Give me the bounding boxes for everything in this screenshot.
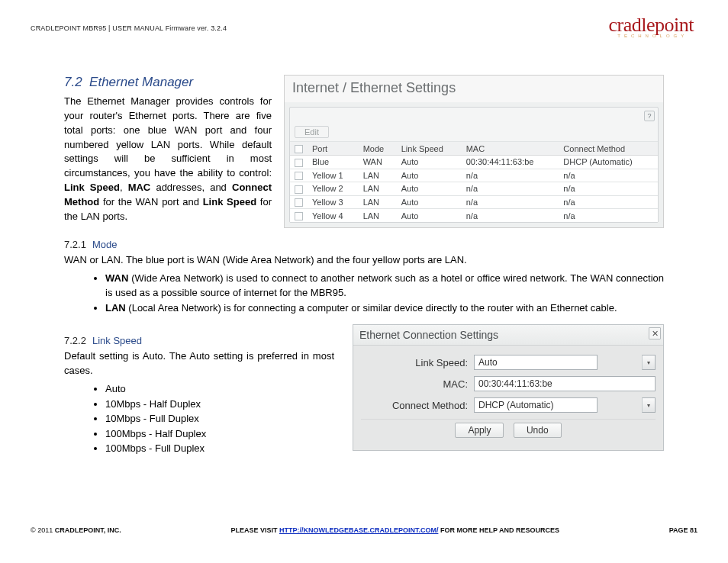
link-speed-option: 10Mbps - Full Duplex bbox=[105, 411, 334, 426]
cell-port: Yellow 4 bbox=[308, 209, 359, 222]
cell-cm: n/a bbox=[559, 169, 658, 182]
row-checkbox[interactable] bbox=[295, 212, 303, 220]
link-speed-option: 10Mbps - Half Duplex bbox=[105, 397, 334, 412]
chevron-down-icon[interactable]: ▾ bbox=[642, 397, 656, 413]
row-checkbox[interactable] bbox=[295, 159, 303, 167]
cell-mac: n/a bbox=[462, 209, 559, 222]
panel-title: Internet / Ethernet Settings bbox=[285, 76, 663, 102]
cell-mode: LAN bbox=[359, 169, 397, 182]
chevron-down-icon[interactable]: ▾ bbox=[642, 355, 656, 370]
footer-copyright: © 2011 CRADLEPOINT, INC. bbox=[31, 526, 121, 534]
col-link-speed: Link Speed bbox=[397, 142, 462, 156]
help-icon[interactable]: ? bbox=[644, 111, 655, 121]
cell-mac: 00:30:44:11:63:be bbox=[462, 156, 559, 169]
footer-help: PLEASE VISIT HTTP://KNOWLEDGEBASE.CRADLE… bbox=[230, 526, 559, 534]
link-speed-option: 100Mbps - Half Duplex bbox=[105, 426, 334, 442]
cell-cm: n/a bbox=[559, 195, 658, 209]
cell-port: Yellow 3 bbox=[308, 195, 359, 209]
cell-mac: n/a bbox=[462, 169, 559, 182]
link-speed-select[interactable] bbox=[474, 355, 598, 370]
section-title: 7.2 Ethernet Manager bbox=[64, 75, 272, 90]
kb-link[interactable]: HTTP://KNOWLEDGEBASE.CRADLEPOINT.COM/ bbox=[279, 526, 439, 534]
cell-speed: Auto bbox=[397, 156, 462, 169]
apply-button[interactable]: Apply bbox=[455, 423, 504, 438]
doc-header-line: CRADLEPOINT MBR95 | USER MANUAL Firmware… bbox=[31, 14, 227, 32]
connect-method-label: Connect Method: bbox=[361, 400, 474, 411]
row-checkbox[interactable] bbox=[295, 185, 303, 194]
link-speed-label: Link Speed: bbox=[361, 357, 474, 368]
cell-mode: LAN bbox=[359, 195, 397, 209]
table-row[interactable]: Yellow 1LANAuton/an/a bbox=[290, 169, 658, 182]
cell-mac: n/a bbox=[462, 182, 559, 196]
link-speed-text: Default setting is Auto. The Auto settin… bbox=[64, 349, 334, 378]
mac-label: MAC: bbox=[361, 378, 474, 390]
cell-cm: n/a bbox=[559, 182, 658, 196]
cell-mode: LAN bbox=[359, 182, 397, 196]
subsection-mode: 7.2.1Mode bbox=[64, 239, 664, 250]
mac-input[interactable] bbox=[474, 376, 656, 391]
cell-speed: Auto bbox=[397, 182, 462, 196]
ethernet-connection-dialog: Ethernet Connection Settings ✕ Link Spee… bbox=[353, 324, 664, 451]
link-speed-option: 100Mbps - Full Duplex bbox=[105, 441, 334, 456]
section-name: Ethernet Manager bbox=[89, 75, 193, 89]
table-row[interactable]: Yellow 4LANAuton/an/a bbox=[290, 209, 658, 222]
row-checkbox[interactable] bbox=[295, 198, 303, 207]
mode-text: WAN or LAN. The blue port is WAN (Wide A… bbox=[64, 253, 664, 268]
table-row[interactable]: BlueWANAuto00:30:44:11:63:beDHCP (Automa… bbox=[290, 156, 658, 169]
col-connect-method: Connect Method bbox=[559, 142, 658, 156]
bullet-wan: WAN (Wide Area Network) is used to conne… bbox=[105, 271, 664, 301]
col-mac: MAC bbox=[462, 142, 559, 156]
cell-cm: DHCP (Automatic) bbox=[559, 156, 658, 169]
footer-page: PAGE 81 bbox=[669, 526, 697, 534]
ethernet-settings-panel: Internet / Ethernet Settings ? Edit Port… bbox=[284, 75, 664, 228]
cell-speed: Auto bbox=[397, 209, 462, 222]
table-row[interactable]: Yellow 2LANAuton/an/a bbox=[290, 182, 658, 196]
cell-port: Yellow 1 bbox=[308, 169, 359, 182]
dialog-title: Ethernet Connection Settings ✕ bbox=[353, 325, 663, 346]
row-checkbox[interactable] bbox=[295, 172, 303, 180]
col-port: Port bbox=[308, 142, 359, 156]
cell-mac: n/a bbox=[462, 195, 559, 209]
cell-mode: WAN bbox=[359, 156, 397, 169]
cell-speed: Auto bbox=[397, 195, 462, 209]
bullet-lan: LAN (Local Area Network) is for connecti… bbox=[105, 301, 664, 316]
subsection-link-speed: 7.2.2Link Speed bbox=[64, 335, 334, 346]
cell-mode: LAN bbox=[359, 209, 397, 222]
cell-port: Blue bbox=[308, 156, 359, 169]
section-intro: The Ethernet Manager provides controls f… bbox=[64, 95, 272, 224]
logo-subtext: TECHNOLOGY bbox=[609, 34, 694, 38]
cell-speed: Auto bbox=[397, 169, 462, 182]
ethernet-ports-table: Port Mode Link Speed MAC Connect Method … bbox=[290, 141, 658, 222]
edit-button[interactable]: Edit bbox=[295, 126, 329, 138]
cell-cm: n/a bbox=[559, 209, 658, 222]
col-mode: Mode bbox=[359, 142, 397, 156]
connect-method-select[interactable] bbox=[474, 397, 598, 413]
table-row[interactable]: Yellow 3LANAuton/an/a bbox=[290, 195, 658, 209]
cell-port: Yellow 2 bbox=[308, 182, 359, 196]
brand-logo: cradlepoint TECHNOLOGY bbox=[609, 14, 697, 38]
link-speed-option: Auto bbox=[105, 381, 334, 397]
col-checkbox[interactable] bbox=[290, 142, 308, 156]
undo-button[interactable]: Undo bbox=[514, 423, 562, 438]
section-number: 7.2 bbox=[64, 75, 82, 89]
close-icon[interactable]: ✕ bbox=[649, 327, 661, 339]
